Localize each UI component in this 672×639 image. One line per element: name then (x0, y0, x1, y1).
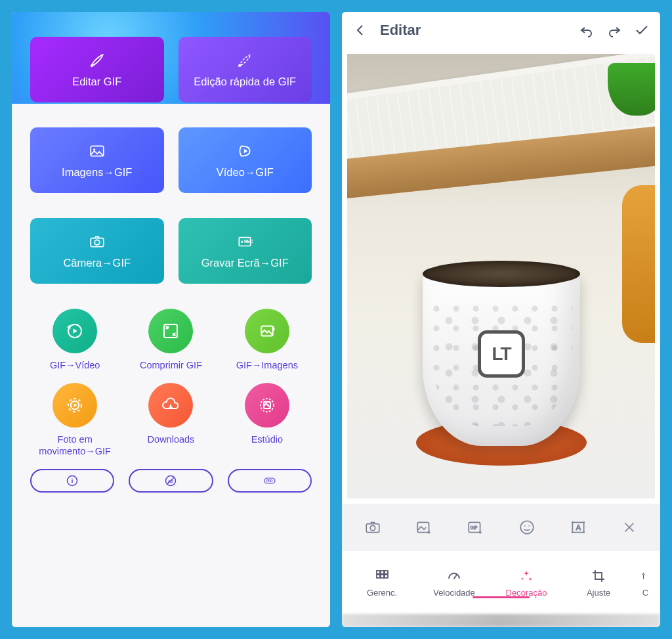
photo-cup: LT (423, 269, 580, 446)
svg-rect-43 (377, 575, 380, 578)
gif-plus-icon: GIF (467, 519, 484, 536)
tile-label: Edição rápida de GIF (194, 76, 296, 88)
svg-rect-41 (381, 571, 384, 574)
photo-orange-object (622, 185, 655, 343)
circle-motion-photo-to-gif[interactable]: Foto em movimento→GIF (30, 383, 119, 457)
preview-photo[interactable]: LT (347, 54, 655, 498)
svg-rect-42 (385, 571, 388, 574)
circle-gif-to-images[interactable]: GIF→Imagens (222, 309, 312, 371)
circle-label: Downloads (148, 434, 195, 445)
image-icon (87, 143, 107, 160)
circle-label: Comprimir GIF (140, 360, 202, 371)
sliders-icon (641, 568, 650, 584)
editor-header: Editar (342, 12, 660, 49)
tab-label: C (642, 588, 648, 598)
tile-camera-to-gif[interactable]: Câmera→GIF (30, 218, 164, 284)
tile-quick-edit-gif[interactable]: Edição rápida de GIF (178, 37, 312, 102)
pill-ad[interactable]: AD (129, 469, 213, 493)
tile-images-to-gif[interactable]: Imagens→GIF (30, 127, 164, 193)
camera-icon (87, 233, 107, 250)
pill-info[interactable] (30, 469, 114, 493)
circle-studio[interactable]: Estúdio (222, 383, 312, 457)
close-icon (621, 519, 638, 536)
tile-label: Câmera→GIF (63, 257, 131, 269)
svg-point-36 (572, 531, 574, 533)
svg-text:PRO: PRO (266, 479, 272, 483)
circle-label: GIF→Vídeo (50, 360, 100, 371)
svg-point-18 (72, 478, 73, 479)
circle-gif-to-video[interactable]: GIF→Vídeo (30, 309, 119, 371)
deco-text-button[interactable]: A (566, 515, 591, 540)
tab-label: Gerenc. (367, 588, 397, 598)
deco-add-image-button[interactable] (411, 515, 436, 540)
svg-rect-45 (385, 575, 388, 578)
active-tab-indicator (472, 596, 530, 598)
back-icon[interactable] (352, 22, 368, 38)
deco-add-gif-button[interactable]: GIF (463, 515, 488, 540)
tab-adjust[interactable]: Ajuste (562, 568, 635, 598)
circle-label: Foto em movimento→GIF (30, 434, 119, 457)
image-loop-icon (257, 321, 277, 341)
svg-rect-44 (381, 575, 384, 578)
tab-speed[interactable]: Velocidade (418, 568, 490, 598)
tab-label: Ajuste (587, 588, 610, 598)
svg-point-5 (94, 240, 100, 245)
svg-point-7 (241, 240, 243, 242)
tab-more[interactable]: C (635, 568, 656, 598)
emoji-icon (518, 519, 536, 536)
tile-edit-gif[interactable]: Editar GIF (30, 37, 164, 102)
motion-play-icon (65, 395, 85, 415)
circle-compress-gif[interactable]: Comprimir GIF (126, 309, 215, 371)
deco-camera-button[interactable] (360, 515, 385, 540)
svg-rect-26 (417, 522, 429, 532)
sparkle-icon (518, 568, 534, 584)
tab-manage[interactable]: Gerenc. (346, 568, 418, 598)
info-icon (66, 474, 79, 487)
pill-pro[interactable]: PRO (228, 469, 312, 493)
tab-decoration[interactable]: Decoração (490, 568, 562, 598)
svg-text:REC: REC (244, 239, 253, 244)
svg-point-37 (583, 531, 585, 533)
tab-label: Velocidade (433, 588, 475, 598)
undo-icon[interactable] (579, 22, 595, 38)
image-plus-icon (415, 519, 432, 536)
tile-label: Imagens→GIF (62, 166, 132, 179)
svg-line-46 (454, 575, 457, 579)
text-box-icon: A (570, 519, 587, 536)
editor-title: Editar (380, 22, 567, 39)
pro-icon: PRO (263, 474, 276, 487)
no-ad-icon: AD (164, 474, 177, 487)
circle-downloads[interactable]: Downloads (126, 383, 215, 457)
brush-dashed-icon (235, 52, 255, 69)
gauge-icon (446, 568, 462, 584)
svg-point-30 (524, 525, 525, 527)
svg-text:AD: AD (168, 479, 173, 483)
tile-label: Editar GIF (72, 76, 121, 88)
decoration-toolbar: GIF A (342, 504, 660, 551)
confirm-icon[interactable] (634, 22, 650, 38)
tile-record-screen-to-gif[interactable]: REC Gravar Ecrã→GIF (178, 218, 312, 284)
svg-text:A: A (576, 523, 581, 531)
circle-label: GIF→Imagens (236, 360, 298, 371)
rec-icon: REC (235, 233, 255, 250)
svg-point-1 (239, 64, 242, 66)
preview-area: LT (342, 49, 660, 504)
redo-icon[interactable] (606, 22, 622, 38)
svg-point-0 (91, 64, 93, 66)
camera-icon (364, 519, 381, 536)
circle-label: Estúdio (251, 434, 283, 445)
svg-point-31 (528, 525, 530, 527)
editor-bottom-tabs: Gerenc. Velocidade Decoração Ajuste C (342, 551, 660, 614)
tile-video-to-gif[interactable]: Vídeo→GIF (178, 127, 312, 193)
svg-rect-40 (377, 571, 380, 574)
svg-point-34 (572, 521, 574, 523)
svg-point-48 (642, 573, 644, 575)
studio-icon (257, 395, 277, 415)
deco-close-button[interactable] (617, 515, 642, 540)
deco-emoji-button[interactable] (514, 515, 539, 540)
editor-screen: Editar LT GIF A Gerenc. (342, 12, 660, 627)
tile-label: Gravar Ecrã→GIF (201, 257, 289, 269)
compress-icon (161, 321, 180, 341)
crop-icon (591, 568, 606, 584)
svg-point-25 (370, 525, 375, 531)
